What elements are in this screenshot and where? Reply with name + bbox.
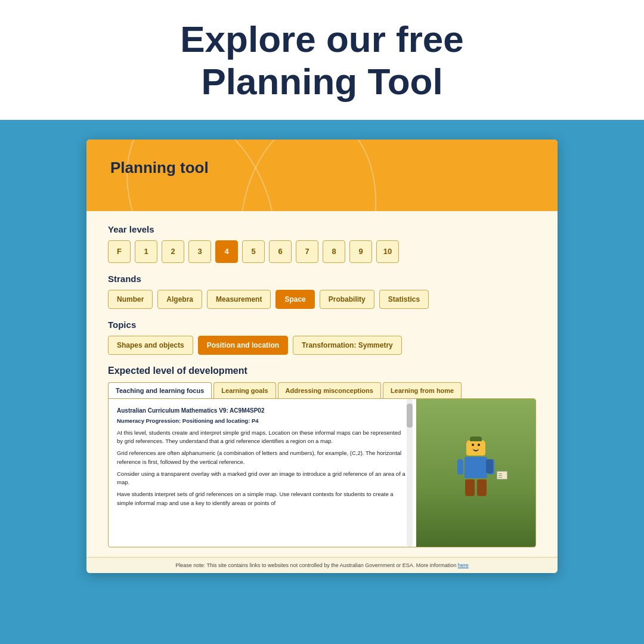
expected-level-title: Expected level of development	[108, 366, 536, 376]
year-btn-8[interactable]: 8	[323, 240, 345, 263]
tab-learning-home[interactable]: Learning from home	[383, 382, 462, 398]
lego-map	[497, 471, 507, 479]
title-line-2: Planning Tool	[201, 61, 442, 102]
footer-note: Please note: This site contains links to…	[86, 557, 558, 573]
lego-eye-left	[472, 444, 474, 446]
lego-scene	[416, 399, 535, 547]
footer-note-text: Please note: This site contains links to…	[175, 562, 456, 568]
main-title: Explore our free Planning Tool	[24, 18, 620, 103]
strand-algebra[interactable]: Algebra	[157, 290, 202, 309]
lego-face	[472, 444, 480, 446]
tab-teaching-learning[interactable]: Teaching and learning focus	[108, 382, 212, 398]
lego-leg-right	[477, 479, 487, 496]
lego-arm-right	[488, 459, 494, 475]
content-box: Australian Curriculum Mathematics V9: AC…	[108, 398, 536, 547]
topic-shapes[interactable]: Shapes and objects	[108, 336, 193, 355]
planning-header: Planning tool	[86, 140, 558, 211]
year-btn-5[interactable]: 5	[242, 240, 265, 263]
numeracy-label: Numeracy Progression	[117, 417, 179, 424]
lego-leg-left	[465, 479, 475, 496]
year-btn-3[interactable]: 3	[188, 240, 211, 263]
curriculum-title: Australian Curriculum Mathematics V9: AC…	[117, 406, 408, 415]
strand-number[interactable]: Number	[108, 290, 153, 309]
content-para-2: Grid references are often alphanumeric (…	[117, 449, 408, 466]
topic-transformation[interactable]: Transformation: Symmetry	[293, 336, 402, 355]
lego-figure	[458, 440, 494, 506]
title-line-1: Explore our free	[180, 18, 463, 60]
header-section: Explore our free Planning Tool	[0, 0, 644, 123]
strands-label: Strands	[108, 274, 536, 284]
year-levels-row: F 1 2 3 4 5 6 7 8 9 10	[108, 240, 536, 263]
year-btn-2[interactable]: 2	[162, 240, 184, 263]
planning-tool-title: Planning tool	[110, 159, 534, 177]
year-btn-F[interactable]: F	[108, 240, 131, 263]
numeracy-value: Positioning and locating: P4	[182, 417, 259, 424]
lego-arm-left	[457, 459, 463, 475]
year-btn-10[interactable]: 10	[376, 240, 399, 263]
lego-eye-right	[478, 444, 480, 446]
content-para-4: Have students interpret sets of grid ref…	[117, 490, 408, 507]
numeracy-text: Numeracy Progression: Positioning and lo…	[117, 417, 408, 425]
tab-learning-goals[interactable]: Learning goals	[213, 382, 275, 398]
strand-space[interactable]: Space	[275, 290, 314, 309]
lego-legs	[458, 479, 494, 496]
topics-label: Topics	[108, 320, 536, 330]
year-btn-9[interactable]: 9	[349, 240, 372, 263]
strand-measurement[interactable]: Measurement	[207, 290, 271, 309]
year-btn-7[interactable]: 7	[296, 240, 318, 263]
scroll-thumb	[407, 404, 413, 428]
content-para-1: At this level, students create and inter…	[117, 429, 408, 446]
tab-misconceptions[interactable]: Addressing misconceptions	[278, 382, 381, 398]
year-levels-label: Year levels	[108, 224, 536, 234]
lego-smile	[473, 448, 479, 451]
footer-link[interactable]: here	[458, 562, 469, 568]
topic-position[interactable]: Position and location	[198, 336, 288, 355]
strand-statistics[interactable]: Statistics	[379, 290, 429, 309]
topics-row: Shapes and objects Position and location…	[108, 336, 536, 355]
tabs-row: Teaching and learning focus Learning goa…	[108, 382, 536, 398]
planning-body: Year levels F 1 2 3 4 5 6 7 8 9 10 Stran…	[86, 211, 558, 557]
strands-row: Number Algebra Measurement Space Probabi…	[108, 290, 536, 309]
expected-section: Expected level of development Teaching a…	[108, 366, 536, 547]
content-para-3: Consider using a transparent overlay wit…	[117, 470, 408, 487]
scroll-indicator[interactable]	[407, 399, 413, 547]
year-btn-1[interactable]: 1	[135, 240, 157, 263]
content-image	[416, 399, 535, 547]
browser-container: Planning tool Year levels F 1 2 3 4 5 6 …	[86, 140, 558, 573]
year-btn-6[interactable]: 6	[269, 240, 292, 263]
year-btn-4[interactable]: 4	[215, 240, 238, 263]
strand-probability[interactable]: Probability	[320, 290, 374, 309]
lego-torso	[465, 457, 487, 478]
lego-head	[466, 440, 485, 456]
content-text-area: Australian Curriculum Mathematics V9: AC…	[109, 399, 416, 547]
